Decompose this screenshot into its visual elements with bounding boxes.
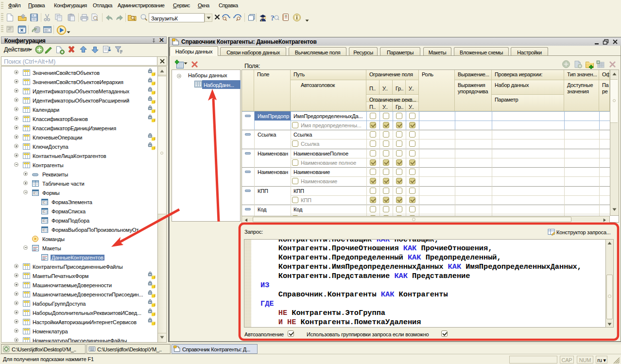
svg-text:?: ? [271,14,274,22]
